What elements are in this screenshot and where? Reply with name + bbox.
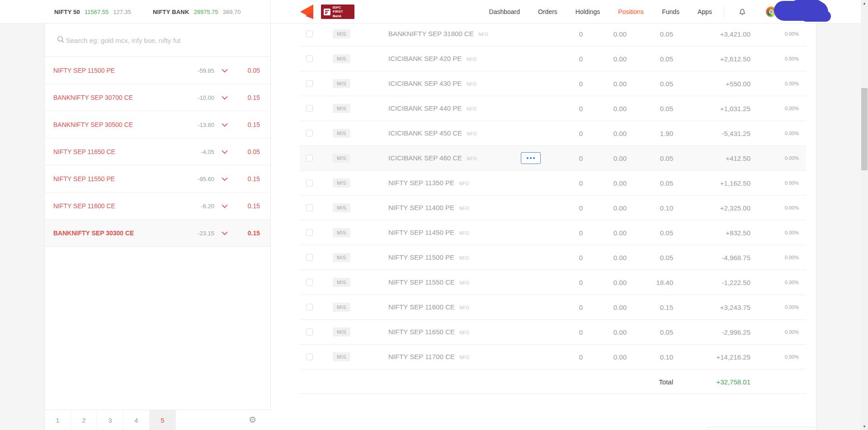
row-checkbox[interactable] <box>306 56 313 62</box>
exchange-tag: NFO <box>467 82 476 87</box>
position-row[interactable]: MIS NIFTY SEP 11600 CE NFO 0 0.00 0.15 +… <box>299 295 806 320</box>
row-checkbox[interactable] <box>306 279 313 286</box>
nav-item[interactable]: Positions <box>618 8 644 15</box>
row-checkbox[interactable] <box>306 229 313 236</box>
position-row[interactable]: MIS ICICIBANK SEP 450 CE NFO 0 0.00 1.90… <box>299 121 806 146</box>
pnl-value: +2,612.50 <box>720 55 750 63</box>
nav-item[interactable]: Apps <box>698 8 712 15</box>
instrument-name: ICICIBANK SEP 460 CE <box>388 154 462 162</box>
exchange-tag: NFO <box>467 156 477 161</box>
position-row[interactable]: MIS NIFTY SEP 11350 PE NFO 0 0.00 0.05 +… <box>299 171 806 196</box>
position-row[interactable]: MIS NIFTY SEP 11500 PE NFO 0 0.00 0.05 -… <box>299 245 806 270</box>
product-badge: MIS <box>333 278 350 287</box>
dot-icon <box>530 157 532 159</box>
scrollbar-thumb[interactable] <box>861 88 868 170</box>
instrument-cell: NIFTY SEP 11700 CE NFO <box>388 353 470 361</box>
position-row[interactable]: MIS NIFTY SEP 11450 PE NFO 0 0.00 0.05 +… <box>299 220 806 245</box>
pnl-value: -2,996.25 <box>722 328 750 336</box>
pagination-page[interactable]: 4 <box>123 410 150 430</box>
instrument-cell: ICICIBANK SEP 420 PE NFO <box>388 55 476 63</box>
search-input[interactable] <box>66 23 260 57</box>
chevron-down-icon[interactable] <box>222 231 228 235</box>
watchlist-item[interactable]: BANKNIFTY SEP 30700 CE -10.00 0.15 <box>45 84 270 111</box>
watchlist-item[interactable]: BANKNIFTY SEP 30300 CE -23.15 0.15 <box>45 220 270 247</box>
index-ticker[interactable]: NIFTY BANK 29975.75 389.70 <box>153 9 241 15</box>
row-checkbox[interactable] <box>306 180 313 187</box>
position-row[interactable]: MIS NIFTY SEP 11650 CE NFO 0 0.00 0.05 -… <box>299 320 806 345</box>
instrument-name: NIFTY SEP 11350 PE <box>388 179 454 187</box>
position-row[interactable]: MIS NIFTY SEP 11700 CE NFO 0 0.00 0.10 +… <box>299 345 806 369</box>
index-ticker[interactable]: NIFTY 50 11567.55 127.35 <box>54 9 131 15</box>
chg-value: 0.00% <box>785 205 799 210</box>
chevron-down-icon[interactable] <box>222 95 228 99</box>
row-checkbox[interactable] <box>306 31 313 37</box>
chevron-down-icon[interactable] <box>222 204 228 208</box>
avg-value: 0.00 <box>613 304 627 311</box>
row-checkbox[interactable] <box>306 329 313 336</box>
qty-value: 0 <box>579 328 583 336</box>
pnl-value: +14,216.25 <box>717 353 751 361</box>
browser-scrollbar[interactable]: ▲ ▼ <box>861 0 868 430</box>
watchlist-item[interactable]: NIFTY SEP 11600 CE -6.20 0.15 <box>45 192 270 220</box>
chevron-down-icon[interactable] <box>222 122 228 126</box>
instrument-cell: NIFTY SEP 11400 PE NFO <box>388 204 469 212</box>
watchlist-item[interactable]: NIFTY SEP 11550 PE -95.60 0.15 <box>45 165 270 192</box>
watchlist-instrument: BANKNIFTY SEP 30500 CE <box>53 121 133 128</box>
nav-item[interactable]: Orders <box>538 8 557 15</box>
pnl-value: -1,222.50 <box>722 279 750 286</box>
watchlist-item[interactable]: BANKNIFTY SEP 30500 CE -13.80 0.15 <box>45 111 270 138</box>
chevron-down-icon[interactable] <box>222 150 228 154</box>
row-checkbox[interactable] <box>306 105 313 112</box>
brand-area: IDFC FIRST Bank <box>298 0 354 23</box>
position-row[interactable]: MIS BANKNIFTY SEP 31800 CE NFO 0 0.00 0.… <box>299 22 806 47</box>
nav-item[interactable]: Dashboard <box>489 8 520 15</box>
pagination-page[interactable]: 1 <box>45 410 71 430</box>
row-options-button[interactable] <box>521 152 541 164</box>
pagination-page[interactable]: 2 <box>71 410 97 430</box>
position-row[interactable]: MIS ICICIBANK SEP 420 PE NFO 0 0.00 0.05… <box>299 47 806 71</box>
instrument-name: NIFTY SEP 11400 PE <box>388 204 454 211</box>
position-row[interactable]: MIS ICICIBANK SEP 430 PE NFO 0 0.00 0.05… <box>299 71 806 96</box>
product-badge: MIS <box>333 54 350 63</box>
watchlist-item[interactable]: NIFTY SEP 11500 PE -59.85 0.05 <box>45 57 270 84</box>
row-checkbox[interactable] <box>306 254 313 261</box>
total-label: Total <box>659 378 673 385</box>
watchlist-item[interactable]: NIFTY SEP 11650 CE -4.05 0.05 <box>45 138 270 165</box>
qty-value: 0 <box>579 353 583 361</box>
scroll-down-arrow-icon[interactable]: ▼ <box>861 423 868 430</box>
scroll-up-arrow-icon[interactable]: ▲ <box>861 0 868 7</box>
avg-value: 0.00 <box>613 130 627 137</box>
pagination-page[interactable]: 3 <box>97 410 123 430</box>
row-checkbox[interactable] <box>306 155 313 162</box>
position-row[interactable]: MIS ICICIBANK SEP 460 CE NFO 0 0.00 0.0 <box>299 146 806 171</box>
product-badge: MIS <box>333 303 350 312</box>
pagination-page[interactable]: 5 <box>150 410 176 430</box>
product-badge: MIS <box>333 178 350 187</box>
ltp-value: 0.05 <box>660 55 673 63</box>
chevron-down-icon[interactable] <box>222 68 228 72</box>
watchlist-instrument: BANKNIFTY SEP 30700 CE <box>53 94 133 101</box>
row-checkbox[interactable] <box>306 304 313 311</box>
settings-gear-icon[interactable]: ⚙ <box>249 415 256 425</box>
instrument-cell: BANKNIFTY SEP 31800 CE NFO <box>388 30 488 38</box>
kite-logo-icon[interactable] <box>298 4 315 19</box>
avg-value: 0.00 <box>613 105 627 112</box>
exchange-tag: NFO <box>459 181 469 186</box>
notifications-bell-icon[interactable] <box>738 7 747 16</box>
row-checkbox[interactable] <box>306 80 313 87</box>
pagination-page-number: 4 <box>134 416 138 424</box>
row-checkbox[interactable] <box>306 354 313 360</box>
nav-item[interactable]: Holdings <box>576 8 600 15</box>
row-checkbox[interactable] <box>306 205 313 211</box>
row-checkbox[interactable] <box>306 130 313 137</box>
ltp-value: 0.05 <box>660 254 673 262</box>
nav-item[interactable]: Funds <box>662 8 679 15</box>
position-row[interactable]: MIS NIFTY SEP 11400 PE NFO 0 0.00 0.10 +… <box>299 196 806 220</box>
watchlist-instrument: NIFTY SEP 11600 CE <box>53 202 115 210</box>
position-row[interactable]: MIS ICICIBANK SEP 440 PE NFO 0 0.00 0.05… <box>299 96 806 121</box>
product-badge: MIS <box>333 154 350 163</box>
ltp-value: 0.05 <box>660 154 673 162</box>
position-row[interactable]: MIS NIFTY SEP 11550 CE NFO 0 0.00 18.40 … <box>299 270 806 295</box>
chevron-down-icon[interactable] <box>222 177 228 181</box>
index-name: NIFTY BANK <box>153 9 189 15</box>
